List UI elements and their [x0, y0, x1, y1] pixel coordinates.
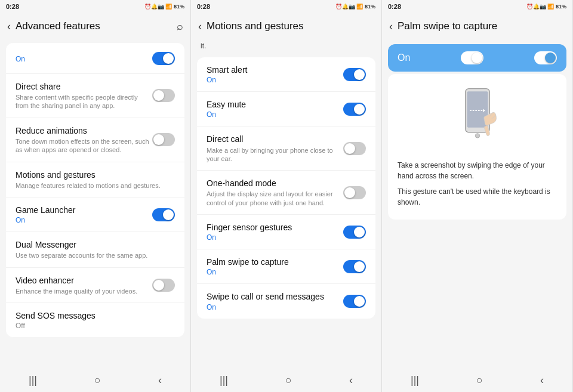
toggle-swipe-call[interactable] [343, 295, 366, 308]
home-icon-2[interactable]: ○ [285, 374, 292, 387]
partial-toggle[interactable] [152, 52, 175, 65]
settings-card-1: On Direct share Share content with speci… [6, 43, 184, 337]
setting-desc-dual-messenger: Use two separate accounts for the same a… [16, 251, 175, 260]
setting-item-one-handed[interactable]: One-handed mode Adjust the display size … [197, 171, 375, 215]
setting-desc-motions-gestures: Manage features related to motions and g… [16, 181, 175, 190]
content-2: it. Smart alert On Easy mute On [191, 39, 381, 368]
setting-item-finger-sensor[interactable]: Finger sensor gestures On [197, 215, 375, 249]
setting-item-game-launcher[interactable]: Game Launcher On [6, 197, 184, 232]
time-1: 0:28 [6, 3, 19, 10]
header-3: ‹ Palm swipe to capture [382, 13, 572, 39]
toggle-direct-call[interactable] [343, 142, 366, 155]
setting-title-send-sos: Send SOS messages [16, 310, 175, 321]
nav-bar-2: ||| ○ ‹ [191, 368, 381, 392]
setting-status-smart-alert: On [207, 76, 343, 84]
setting-title-reduce-animations: Reduce animations [16, 125, 152, 136]
panel-palm-swipe-capture: 0:28 ⏰🔔📷 📶 81% ‹ Palm swipe to capture O… [382, 0, 573, 392]
setting-title-swipe-call: Swipe to call or send messages [207, 291, 343, 302]
home-icon-1[interactable]: ○ [94, 374, 101, 387]
on-bar: On .toggle-white-on::after { background:… [388, 44, 566, 72]
setting-title-one-handed: One-handed mode [207, 178, 343, 189]
status-bar-2: 0:28 ⏰🔔📷 📶 81% [191, 0, 381, 13]
toggle-direct-share[interactable] [152, 89, 175, 102]
time-3: 0:28 [388, 3, 401, 10]
setting-desc-video-enhancer: Enhance the image quality of your videos… [16, 287, 152, 295]
toggle-reduce-animations[interactable] [152, 133, 175, 146]
panel-advanced-features: 0:28 ⏰🔔📷 📶 81% ‹ Advanced features ⌕ On … [0, 0, 191, 392]
setting-status-easy-mute: On [207, 110, 343, 119]
recent-apps-icon-1[interactable]: ||| [29, 374, 37, 387]
on-bar-label: On [398, 53, 410, 63]
setting-item-smart-alert[interactable]: Smart alert On [197, 57, 375, 92]
svg-point-2 [475, 134, 479, 138]
home-icon-3[interactable]: ○ [476, 374, 483, 387]
back-nav-icon-1[interactable]: ‹ [158, 374, 162, 387]
partial-desc-2: it. [191, 39, 381, 54]
setting-title-dual-messenger: Dual Messenger [16, 239, 175, 250]
back-button-2[interactable]: ‹ [198, 20, 202, 33]
recent-apps-icon-3[interactable]: ||| [411, 374, 419, 387]
phone-illustration [454, 86, 501, 152]
toggle-palm-capture-main[interactable]: .toggle-white-on::after { background: #5… [461, 51, 483, 64]
nav-bar-1: ||| ○ ‹ [0, 368, 190, 392]
setting-title-motions-gestures: Motions and gestures [16, 169, 175, 180]
status-icons-1: ⏰🔔📷 📶 81% [144, 4, 184, 10]
desc-text-1: Take a screenshot by swiping the edge of… [398, 160, 557, 181]
setting-item-palm-swipe[interactable]: Palm swipe to capture On [197, 249, 375, 284]
setting-item-easy-mute[interactable]: Easy mute On [197, 92, 375, 126]
toggle-easy-mute[interactable] [343, 103, 366, 116]
settings-card-2: Smart alert On Easy mute On Direct call … [197, 57, 375, 319]
setting-status-palm-swipe: On [207, 268, 343, 276]
status-icons-2: ⏰🔔📷 📶 81% [335, 4, 375, 10]
setting-title-direct-share: Direct share [16, 81, 152, 92]
status-bar-3: 0:28 ⏰🔔📷 📶 81% [382, 0, 572, 13]
time-2: 0:28 [197, 3, 210, 10]
toggle-smart-alert[interactable] [343, 68, 366, 81]
header-2: ‹ Motions and gestures [191, 13, 381, 39]
panel-motions-gestures: 0:28 ⏰🔔📷 📶 81% ‹ Motions and gestures it… [191, 0, 382, 392]
setting-item-motions-gestures[interactable]: Motions and gestures Manage features rel… [6, 162, 184, 197]
desc-text-2: This gesture can't be used while the key… [398, 186, 557, 208]
back-button-3[interactable]: ‹ [389, 20, 393, 33]
setting-item-swipe-call[interactable]: Swipe to call or send messages On [197, 284, 375, 318]
page-title-2: Motions and gestures [207, 20, 374, 32]
search-icon-1[interactable]: ⌕ [177, 20, 183, 33]
setting-status-finger-sensor: On [207, 233, 343, 242]
toggle-on-bar[interactable] [534, 51, 557, 64]
setting-title-easy-mute: Easy mute [207, 99, 343, 110]
back-button-1[interactable]: ‹ [7, 20, 11, 33]
setting-title-video-enhancer: Video enhancer [16, 275, 152, 286]
illustration-card: Take a screenshot by swiping the edge of… [388, 74, 566, 220]
setting-item-video-enhancer[interactable]: Video enhancer Enhance the image quality… [6, 268, 184, 303]
setting-item-direct-call[interactable]: Direct call Make a call by bringing your… [197, 126, 375, 171]
setting-title-direct-call: Direct call [207, 134, 343, 144]
back-nav-icon-3[interactable]: ‹ [540, 374, 544, 387]
setting-title-finger-sensor: Finger sensor gestures [207, 222, 343, 233]
setting-status-swipe-call: On [207, 303, 343, 311]
setting-desc-reduce-animations: Tone down motion effects on the screen, … [16, 137, 152, 155]
status-bar-1: 0:28 ⏰🔔📷 📶 81% [0, 0, 190, 13]
partial-top-item: On [6, 43, 184, 74]
setting-title-smart-alert: Smart alert [207, 64, 343, 75]
setting-item-reduce-animations[interactable]: Reduce animations Tone down motion effec… [6, 118, 184, 162]
partial-on-label: On [16, 55, 25, 63]
nav-bar-3: ||| ○ ‹ [382, 368, 572, 392]
description-area: Take a screenshot by swiping the edge of… [398, 160, 557, 212]
content-1: On Direct share Share content with speci… [0, 39, 190, 368]
setting-desc-direct-share: Share content with specific people direc… [16, 93, 152, 110]
content-3: On .toggle-white-on::after { background:… [382, 39, 572, 368]
toggle-game-launcher[interactable] [152, 208, 175, 221]
back-nav-icon-2[interactable]: ‹ [349, 374, 353, 387]
setting-item-send-sos[interactable]: Send SOS messages Off [6, 303, 184, 337]
toggle-palm-swipe[interactable] [343, 260, 366, 273]
toggle-finger-sensor[interactable] [343, 226, 366, 239]
setting-status-game-launcher: On [16, 216, 152, 224]
setting-desc-direct-call: Make a call by bringing your phone close… [207, 146, 343, 163]
setting-item-direct-share[interactable]: Direct share Share content with specific… [6, 74, 184, 118]
toggle-one-handed[interactable] [343, 186, 366, 199]
recent-apps-icon-2[interactable]: ||| [220, 374, 228, 387]
setting-status-send-sos: Off [16, 322, 175, 330]
setting-item-dual-messenger[interactable]: Dual Messenger Use two separate accounts… [6, 232, 184, 267]
toggle-video-enhancer[interactable] [152, 279, 175, 292]
setting-title-palm-swipe: Palm swipe to capture [207, 257, 343, 267]
